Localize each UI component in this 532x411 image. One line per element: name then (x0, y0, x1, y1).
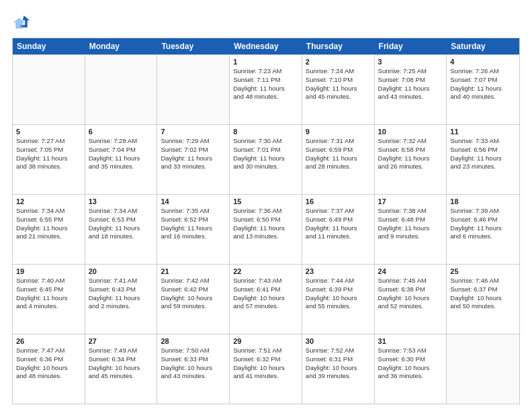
calendar-header-day: Thursday (302, 38, 375, 54)
day-number: 6 (89, 128, 154, 136)
cell-info: Sunrise: 7:50 AM Sunset: 6:33 PM Dayligh… (161, 347, 226, 381)
day-number: 31 (378, 337, 443, 345)
cell-info: Sunrise: 7:39 AM Sunset: 6:46 PM Dayligh… (450, 207, 516, 241)
day-number: 10 (378, 128, 443, 136)
page: SundayMondayTuesdayWednesdayThursdayFrid… (0, 0, 532, 411)
cell-info: Sunrise: 7:38 AM Sunset: 6:48 PM Dayligh… (378, 207, 443, 241)
day-number: 22 (233, 267, 298, 275)
cell-info: Sunrise: 7:27 AM Sunset: 7:05 PM Dayligh… (16, 137, 81, 171)
cell-info: Sunrise: 7:34 AM Sunset: 6:55 PM Dayligh… (16, 207, 81, 241)
day-number: 24 (378, 267, 443, 275)
calendar-cell: 30Sunrise: 7:52 AM Sunset: 6:31 PM Dayli… (302, 334, 375, 404)
cell-info: Sunrise: 7:43 AM Sunset: 6:41 PM Dayligh… (233, 277, 298, 311)
calendar-cell-empty (13, 55, 85, 124)
calendar-cell: 18Sunrise: 7:39 AM Sunset: 6:46 PM Dayli… (447, 195, 519, 264)
logo (12, 12, 34, 31)
cell-info: Sunrise: 7:53 AM Sunset: 6:30 PM Dayligh… (378, 347, 443, 381)
cell-info: Sunrise: 7:32 AM Sunset: 6:58 PM Dayligh… (378, 137, 443, 171)
calendar-cell: 8Sunrise: 7:30 AM Sunset: 7:01 PM Daylig… (230, 125, 302, 194)
calendar-cell: 21Sunrise: 7:42 AM Sunset: 6:42 PM Dayli… (157, 265, 230, 334)
calendar-cell: 25Sunrise: 7:46 AM Sunset: 6:37 PM Dayli… (447, 265, 519, 334)
cell-info: Sunrise: 7:52 AM Sunset: 6:31 PM Dayligh… (306, 347, 371, 381)
calendar-header-day: Tuesday (157, 38, 230, 54)
calendar-row: 19Sunrise: 7:40 AM Sunset: 6:45 PM Dayli… (13, 264, 519, 334)
calendar-cell: 9Sunrise: 7:31 AM Sunset: 6:59 PM Daylig… (302, 125, 375, 194)
cell-info: Sunrise: 7:36 AM Sunset: 6:50 PM Dayligh… (233, 207, 298, 241)
day-number: 7 (161, 128, 226, 136)
day-number: 28 (161, 337, 226, 345)
day-number: 21 (161, 267, 226, 275)
day-number: 25 (450, 267, 516, 275)
cell-info: Sunrise: 7:46 AM Sunset: 6:37 PM Dayligh… (450, 277, 516, 311)
calendar: SundayMondayTuesdayWednesdayThursdayFrid… (12, 38, 520, 404)
header (12, 12, 520, 31)
cell-info: Sunrise: 7:30 AM Sunset: 7:01 PM Dayligh… (233, 137, 298, 171)
day-number: 18 (450, 197, 516, 205)
calendar-body: 1Sunrise: 7:23 AM Sunset: 7:11 PM Daylig… (13, 54, 519, 404)
day-number: 29 (233, 337, 298, 345)
cell-info: Sunrise: 7:29 AM Sunset: 7:02 PM Dayligh… (161, 137, 226, 171)
calendar-header-day: Monday (85, 38, 158, 54)
calendar-cell: 17Sunrise: 7:38 AM Sunset: 6:48 PM Dayli… (375, 195, 447, 264)
day-number: 26 (16, 337, 81, 345)
cell-info: Sunrise: 7:37 AM Sunset: 6:49 PM Dayligh… (306, 207, 371, 241)
calendar-cell: 16Sunrise: 7:37 AM Sunset: 6:49 PM Dayli… (302, 195, 375, 264)
calendar-cell: 20Sunrise: 7:41 AM Sunset: 6:43 PM Dayli… (85, 265, 158, 334)
calendar-cell: 2Sunrise: 7:24 AM Sunset: 7:10 PM Daylig… (302, 55, 375, 124)
cell-info: Sunrise: 7:45 AM Sunset: 6:38 PM Dayligh… (378, 277, 443, 311)
cell-info: Sunrise: 7:31 AM Sunset: 6:59 PM Dayligh… (306, 137, 371, 171)
calendar-cell: 7Sunrise: 7:29 AM Sunset: 7:02 PM Daylig… (157, 125, 230, 194)
day-number: 17 (378, 197, 443, 205)
calendar-row: 12Sunrise: 7:34 AM Sunset: 6:55 PM Dayli… (13, 194, 519, 264)
day-number: 5 (16, 128, 81, 136)
calendar-cell: 23Sunrise: 7:44 AM Sunset: 6:39 PM Dayli… (302, 265, 375, 334)
day-number: 4 (450, 58, 516, 66)
calendar-cell-empty (157, 55, 230, 124)
cell-info: Sunrise: 7:25 AM Sunset: 7:08 PM Dayligh… (378, 67, 443, 101)
day-number: 20 (89, 267, 154, 275)
calendar-row: 5Sunrise: 7:27 AM Sunset: 7:05 PM Daylig… (13, 124, 519, 194)
calendar-cell: 6Sunrise: 7:28 AM Sunset: 7:04 PM Daylig… (85, 125, 158, 194)
calendar-cell: 22Sunrise: 7:43 AM Sunset: 6:41 PM Dayli… (230, 265, 302, 334)
cell-info: Sunrise: 7:40 AM Sunset: 6:45 PM Dayligh… (16, 277, 81, 311)
calendar-cell: 15Sunrise: 7:36 AM Sunset: 6:50 PM Dayli… (230, 195, 302, 264)
logo-icon (12, 12, 31, 31)
calendar-cell: 1Sunrise: 7:23 AM Sunset: 7:11 PM Daylig… (230, 55, 302, 124)
calendar-header-day: Saturday (447, 38, 519, 54)
cell-info: Sunrise: 7:28 AM Sunset: 7:04 PM Dayligh… (89, 137, 154, 171)
day-number: 12 (16, 197, 81, 205)
calendar-header-day: Sunday (13, 38, 85, 54)
cell-info: Sunrise: 7:51 AM Sunset: 6:32 PM Dayligh… (233, 347, 298, 381)
cell-info: Sunrise: 7:34 AM Sunset: 6:53 PM Dayligh… (89, 207, 154, 241)
cell-info: Sunrise: 7:44 AM Sunset: 6:39 PM Dayligh… (306, 277, 371, 311)
calendar-cell: 10Sunrise: 7:32 AM Sunset: 6:58 PM Dayli… (375, 125, 447, 194)
calendar-cell: 3Sunrise: 7:25 AM Sunset: 7:08 PM Daylig… (375, 55, 447, 124)
calendar-row: 26Sunrise: 7:47 AM Sunset: 6:36 PM Dayli… (13, 334, 519, 404)
calendar-cell: 14Sunrise: 7:35 AM Sunset: 6:52 PM Dayli… (157, 195, 230, 264)
calendar-cell: 13Sunrise: 7:34 AM Sunset: 6:53 PM Dayli… (85, 195, 158, 264)
calendar-cell: 28Sunrise: 7:50 AM Sunset: 6:33 PM Dayli… (157, 334, 230, 404)
cell-info: Sunrise: 7:23 AM Sunset: 7:11 PM Dayligh… (233, 67, 298, 101)
day-number: 27 (89, 337, 154, 345)
calendar-cell-empty (85, 55, 158, 124)
day-number: 15 (233, 197, 298, 205)
cell-info: Sunrise: 7:24 AM Sunset: 7:10 PM Dayligh… (306, 67, 371, 101)
cell-info: Sunrise: 7:47 AM Sunset: 6:36 PM Dayligh… (16, 347, 81, 381)
calendar-header-day: Wednesday (230, 38, 302, 54)
day-number: 3 (378, 58, 443, 66)
calendar-cell: 4Sunrise: 7:26 AM Sunset: 7:07 PM Daylig… (447, 55, 519, 124)
calendar-cell: 31Sunrise: 7:53 AM Sunset: 6:30 PM Dayli… (375, 334, 447, 404)
calendar-cell: 26Sunrise: 7:47 AM Sunset: 6:36 PM Dayli… (13, 334, 85, 404)
cell-info: Sunrise: 7:41 AM Sunset: 6:43 PM Dayligh… (89, 277, 154, 311)
calendar-cell: 19Sunrise: 7:40 AM Sunset: 6:45 PM Dayli… (13, 265, 85, 334)
calendar-cell: 29Sunrise: 7:51 AM Sunset: 6:32 PM Dayli… (230, 334, 302, 404)
calendar-header-row: SundayMondayTuesdayWednesdayThursdayFrid… (13, 38, 519, 54)
day-number: 16 (306, 197, 371, 205)
calendar-cell: 5Sunrise: 7:27 AM Sunset: 7:05 PM Daylig… (13, 125, 85, 194)
day-number: 23 (306, 267, 371, 275)
day-number: 8 (233, 128, 298, 136)
day-number: 13 (89, 197, 154, 205)
day-number: 14 (161, 197, 226, 205)
calendar-cell: 11Sunrise: 7:33 AM Sunset: 6:56 PM Dayli… (447, 125, 519, 194)
calendar-cell: 12Sunrise: 7:34 AM Sunset: 6:55 PM Dayli… (13, 195, 85, 264)
